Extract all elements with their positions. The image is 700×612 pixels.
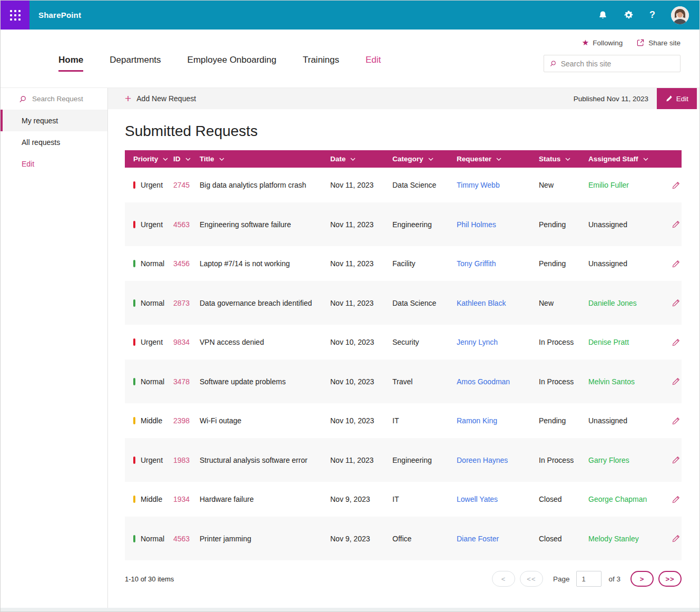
request-category: Travel (392, 377, 457, 386)
table-row: Normal 3456 Laptop #7/14 is not working … (125, 246, 682, 281)
column-label: Category (392, 155, 423, 163)
nav-item-edit[interactable]: Edit (366, 55, 381, 70)
column-header[interactable]: Requester (457, 155, 539, 163)
app-launcher-button[interactable] (1, 1, 29, 30)
row-edit-button[interactable] (666, 298, 682, 307)
request-id-link[interactable]: 2745 (173, 181, 200, 189)
column-header[interactable]: Date (330, 155, 392, 163)
search-icon (18, 95, 27, 103)
assigned-staff: Garry Flores (588, 456, 666, 464)
nav-item-trainings[interactable]: Trainings (303, 55, 339, 70)
request-status: New (539, 181, 588, 189)
nav-item-home[interactable]: Home (58, 55, 83, 72)
requester-link[interactable]: Ramon King (457, 416, 539, 425)
row-edit-button[interactable] (666, 259, 682, 268)
request-id-link[interactable]: 1983 (173, 456, 200, 464)
request-date: Nov 11, 2023 (330, 181, 392, 189)
priority-indicator (133, 338, 135, 346)
published-status: Published Nov 11, 2023 (574, 95, 648, 103)
page-edit-button[interactable]: Edit (657, 88, 697, 109)
requester-link[interactable]: Phil Holmes (457, 220, 539, 229)
priority-label: Middle (141, 495, 162, 503)
sidebar-item-my-request[interactable]: My request (1, 110, 107, 131)
request-id-link[interactable]: 9834 (173, 338, 200, 346)
request-date: Nov 11, 2023 (330, 299, 392, 307)
column-header[interactable]: Status (539, 155, 588, 163)
requester-link[interactable]: Amos Goodman (457, 377, 539, 386)
request-title: Wi-Fi outage (200, 416, 330, 425)
request-status: Pending (539, 220, 588, 229)
requester-link[interactable]: Diane Foster (457, 535, 539, 543)
request-id-link[interactable]: 2398 (173, 416, 200, 425)
site-search-input[interactable] (561, 60, 675, 68)
request-status: New (539, 299, 588, 307)
request-id-link[interactable]: 3456 (173, 259, 200, 268)
request-status: Closed (539, 535, 588, 543)
row-edit-button[interactable] (666, 338, 682, 347)
priority-label: Normal (141, 377, 164, 386)
notifications-button[interactable] (598, 10, 608, 20)
request-title: Engineering software failure (200, 220, 330, 229)
requester-link[interactable]: Kathleen Black (457, 299, 539, 307)
row-edit-button[interactable] (666, 220, 682, 229)
column-header[interactable]: Category (392, 155, 457, 163)
site-header: ★ Following Share site Home Departments … (1, 30, 699, 88)
chevron-down-icon (428, 158, 433, 161)
row-edit-button[interactable] (666, 455, 682, 464)
row-edit-button[interactable] (666, 495, 682, 504)
row-edit-button[interactable] (666, 377, 682, 386)
sidebar-search-box[interactable]: Search Request (1, 88, 107, 110)
row-edit-button[interactable] (666, 181, 682, 190)
requester-link[interactable]: Tony Griffith (457, 259, 539, 268)
last-page-button[interactable]: >> (658, 571, 682, 587)
column-header[interactable]: ID (173, 155, 200, 163)
site-search-box[interactable] (544, 55, 681, 72)
page-number-input[interactable] (576, 571, 602, 587)
first-page-button[interactable]: << (520, 571, 543, 587)
help-button[interactable]: ? (649, 9, 655, 21)
nav-item-employee-onboarding[interactable]: Employee Onboarding (188, 55, 277, 70)
priority-cell: Normal (125, 377, 173, 386)
sidebar-item-edit[interactable]: Edit (1, 153, 107, 174)
column-label: Priority (133, 155, 158, 163)
sidebar-item-all-requests[interactable]: All requests (1, 131, 107, 153)
request-id-link[interactable]: 4563 (173, 220, 200, 229)
request-id-link[interactable]: 3478 (173, 377, 200, 386)
column-header[interactable]: Assigned Staff (588, 155, 666, 163)
table-row: Normal 3478 Software update problems Nov… (125, 360, 682, 403)
page-label: Page (553, 575, 570, 583)
pencil-icon (672, 377, 681, 386)
row-edit-button[interactable] (666, 534, 682, 543)
pencil-icon (672, 259, 681, 268)
request-category: Engineering (392, 220, 457, 229)
share-site-button[interactable]: Share site (636, 38, 681, 47)
waffle-icon (10, 10, 21, 21)
request-id-link[interactable]: 1934 (173, 495, 200, 503)
sidebar-search-placeholder: Search Request (32, 95, 83, 103)
request-title: Software update problems (200, 377, 330, 386)
requester-link[interactable]: Timmy Webb (457, 181, 539, 189)
request-title: Printer jamming (200, 535, 330, 543)
table-row: Middle 1934 Hardware failure Nov 9, 2023… (125, 482, 682, 517)
user-avatar[interactable] (671, 6, 689, 24)
column-header[interactable]: Priority (125, 155, 173, 163)
settings-button[interactable] (624, 10, 634, 20)
add-new-request-button[interactable]: + Add New Request (125, 94, 196, 104)
request-id-link[interactable]: 4563 (173, 535, 200, 543)
row-edit-button[interactable] (666, 416, 682, 425)
request-id-link[interactable]: 2873 (173, 299, 200, 307)
column-header[interactable]: Title (200, 155, 330, 163)
nav-item-departments[interactable]: Departments (110, 55, 161, 70)
page-edit-label: Edit (676, 95, 688, 103)
priority-cell: Middle (125, 495, 173, 503)
bell-icon (598, 10, 608, 20)
requester-link[interactable]: Lowell Yates (457, 495, 539, 503)
requester-link[interactable]: Doreen Haynes (457, 456, 539, 464)
chevron-down-icon (219, 158, 224, 161)
following-button[interactable]: ★ Following (582, 38, 623, 47)
requester-link[interactable]: Jenny Lynch (457, 338, 539, 346)
page-toolbar: + Add New Request Published Nov 11, 2023… (108, 88, 699, 109)
prev-page-button[interactable]: < (492, 571, 515, 587)
request-date: Nov 10, 2023 (330, 416, 392, 425)
next-page-button[interactable]: > (630, 571, 654, 587)
